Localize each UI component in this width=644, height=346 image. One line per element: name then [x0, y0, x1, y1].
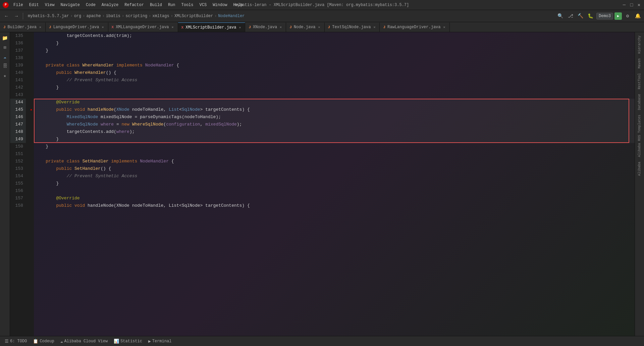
bottom-tab-label: Alibaba Cloud View	[64, 339, 108, 344]
app-logo: P	[3, 2, 9, 8]
gutter-153	[29, 165, 34, 172]
tab-close-button[interactable]: ✕	[373, 25, 376, 30]
run-button[interactable]: ▶	[614, 12, 622, 20]
breadcrumb-item-7[interactable]: NodeHandler	[218, 14, 245, 18]
project-icon[interactable]: 📁	[1, 34, 9, 42]
file-tab-LanguageDriver-java[interactable]: JLanguageDriver.java✕	[46, 22, 108, 32]
token-plain	[72, 202, 74, 209]
gutter-158	[29, 202, 34, 209]
tab-close-button[interactable]: ✕	[101, 25, 105, 30]
menu-tools[interactable]: Tools	[179, 2, 196, 8]
menu-vcs[interactable]: VCS	[197, 2, 210, 8]
breadcrumb-item-5[interactable]: xmltags	[152, 14, 169, 18]
tab-close-button[interactable]: ✕	[39, 25, 42, 30]
sidebar-database-label[interactable]: Database	[638, 92, 641, 112]
breadcrumb-item-1[interactable]: org	[74, 14, 82, 18]
bottom-tab-label: 6: TODO	[10, 339, 27, 344]
back-button[interactable]: ←	[2, 12, 11, 20]
close-button[interactable]: ✕	[637, 3, 641, 7]
token-plain: }	[46, 47, 48, 54]
menu-build[interactable]: Build	[147, 2, 165, 8]
code-line-148: targetContents.add(where);	[35, 128, 635, 136]
tab-close-button[interactable]: ✕	[238, 25, 241, 30]
breadcrumb-item-4[interactable]: scripting	[125, 14, 147, 18]
structure-icon[interactable]: ⊞	[1, 43, 9, 52]
token-plain: nodeToHandle,	[129, 106, 169, 113]
tab-close-button[interactable]: ✕	[318, 25, 321, 30]
forward-button[interactable]: →	[12, 12, 21, 20]
token-typ: List	[169, 106, 179, 113]
file-tab-XMLLanguageDriver-java[interactable]: XXMLLanguageDriver.java✕	[108, 22, 178, 32]
bottom-tab-6:-todo[interactable]: ☰6: TODO	[2, 337, 30, 346]
gutter-157	[29, 195, 34, 202]
file-tab-Node-java[interactable]: JNode.java✕	[286, 22, 324, 32]
breadcrumb-item-6[interactable]: XMLScriptBuilder	[174, 14, 213, 18]
indent	[35, 99, 56, 106]
favorites-icon[interactable]: ★	[1, 71, 9, 80]
breadcrumb-item-2[interactable]: apache	[86, 14, 101, 18]
gutter-149	[29, 136, 34, 143]
profile-select[interactable]: Demo3	[596, 13, 613, 19]
menu-navigate[interactable]: Navigate	[58, 2, 83, 8]
gutter-139	[29, 62, 34, 69]
token-plain	[64, 62, 67, 69]
sidebar-hierarchy-label[interactable]: Hierarchy	[638, 34, 641, 56]
line-number-153: 153	[10, 165, 26, 172]
debug-button[interactable]: 🐛	[586, 12, 595, 20]
token-fn: WhereSqlNode	[132, 121, 164, 128]
code-line-157: @Override	[35, 195, 635, 202]
file-tab-Builder-java[interactable]: JBuilder.java✕	[0, 22, 46, 32]
token-plain: > targetContents) {	[200, 106, 250, 113]
menu-refactor[interactable]: Refactor	[122, 2, 147, 8]
sidebar-maven-label[interactable]: Maven	[638, 56, 641, 70]
indent	[35, 47, 46, 54]
menu-run[interactable]: Run	[165, 2, 178, 8]
indent	[35, 113, 67, 121]
token-plain: }	[46, 143, 48, 150]
file-tabs: JBuilder.java✕JLanguageDriver.java✕XXMLL…	[0, 22, 644, 32]
menu-code[interactable]: Code	[83, 2, 98, 8]
bottom-tab-codeup[interactable]: 📋Codeup	[30, 337, 57, 346]
bottom-tab-label: Codeup	[40, 339, 54, 344]
minimize-button[interactable]: ─	[622, 3, 627, 7]
file-tab-RawLanguageDriver-java[interactable]: JRawLanguageDriver.java✕	[380, 22, 449, 32]
build-button[interactable]: 🔨	[576, 12, 585, 20]
indent	[35, 172, 67, 180]
git-button[interactable]: ⎇	[566, 12, 575, 20]
bottom-tab-terminal[interactable]: ▶Terminal	[146, 337, 174, 346]
menu-analyze[interactable]: Analyze	[99, 2, 121, 8]
sidebar-resttool-label[interactable]: RestTool	[638, 71, 641, 91]
tab-close-button[interactable]: ✕	[171, 25, 174, 30]
line-number-151: 151	[10, 150, 26, 158]
menu-view[interactable]: View	[42, 2, 57, 8]
bottom-tab-statistic[interactable]: 📊Statistic	[111, 337, 145, 346]
cloud-icon[interactable]: ☁	[1, 52, 9, 61]
breadcrumb-item-3[interactable]: ibatis	[106, 14, 120, 18]
token-iface: NodeHandler	[145, 62, 174, 69]
token-var: configuration	[166, 121, 200, 128]
gutter-144	[29, 99, 34, 106]
sidebar-ros-label[interactable]: Alibaba ROS Templates	[638, 113, 641, 159]
sidebar-alibaba-label[interactable]: Alibaba	[638, 160, 641, 178]
search-button[interactable]: 🔍	[556, 12, 565, 20]
token-plain: }	[56, 136, 59, 143]
token-com: // Prevent Synthetic Access	[67, 172, 138, 180]
menu-window[interactable]: Window	[210, 2, 230, 8]
db-icon[interactable]: 🗄	[1, 62, 9, 70]
notifications-button[interactable]: 🔔	[633, 12, 642, 20]
maximize-button[interactable]: □	[629, 3, 634, 7]
file-tab-XNode-java[interactable]: JXNode.java✕	[245, 22, 286, 32]
settings-button[interactable]: ⚙	[623, 12, 632, 20]
line-number-142: 142	[10, 84, 26, 91]
tab-close-button[interactable]: ✕	[279, 25, 282, 30]
bottom-tab-alibaba-cloud-view[interactable]: ☁Alibaba Cloud View	[58, 337, 110, 346]
line-number-149: 149	[10, 136, 26, 143]
file-tab-XMLScriptBuilder-java[interactable]: XXMLScriptBuilder.java✕	[178, 22, 246, 32]
file-tab-TextSqlNode-java[interactable]: JTextSqlNode.java✕	[325, 22, 380, 32]
tab-close-button[interactable]: ✕	[443, 25, 446, 30]
menu-file[interactable]: File	[11, 2, 26, 8]
menu-edit[interactable]: Edit	[26, 2, 42, 8]
breadcrumb-item-0[interactable]: mybatis-3.5.7.jar	[28, 14, 69, 18]
line-number-150: 150	[10, 143, 26, 150]
breadcrumb-sep-3: ›	[122, 14, 124, 18]
